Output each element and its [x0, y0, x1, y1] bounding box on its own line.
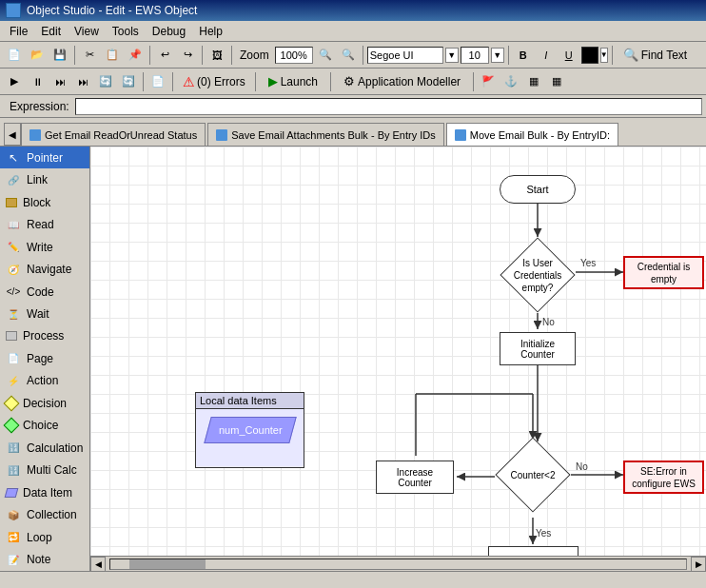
sidebar-item-choice[interactable]: Choice — [0, 415, 89, 437]
expr-bar: Expression: — [0, 95, 706, 118]
scroll-thumb-h[interactable] — [129, 559, 206, 569]
sidebar-item-multi-calc[interactable]: 🔢 Multi Calc — [0, 460, 89, 481]
anchor-btn[interactable]: ⚓ — [500, 71, 521, 92]
tab-label-0: Get Email ReadOrUnread Status — [45, 129, 197, 141]
zoom-input[interactable] — [275, 47, 313, 64]
app-modeller-btn[interactable]: ⚙ Application Modeller — [335, 71, 469, 92]
action-icon: ⚡ — [6, 373, 21, 388]
zoom-out-btn[interactable]: 🔍 — [338, 45, 359, 66]
item-label-action: Action — [27, 374, 58, 387]
sidebar-item-action[interactable]: ⚡ Action — [0, 370, 89, 392]
flag-btn[interactable]: 🚩 — [478, 71, 499, 92]
run-btn[interactable]: ▶ — [4, 71, 25, 92]
menu-tools[interactable]: Tools — [107, 23, 145, 40]
is-user-cred-node[interactable]: Is UserCredentialsempty? — [500, 237, 576, 313]
sidebar-item-pointer[interactable]: ↖ Pointer — [0, 147, 89, 168]
increase-counter-label: IncreaseCounter — [397, 467, 433, 488]
increase-counter-node[interactable]: IncreaseCounter — [376, 461, 454, 494]
step-btn[interactable]: ⏭ — [49, 71, 70, 92]
tab-1[interactable]: Save Email Attachments Bulk - By Entry I… — [207, 123, 444, 146]
sidebar-item-data-item[interactable]: Data Item — [0, 481, 89, 503]
bold-btn[interactable]: B — [513, 45, 534, 66]
pause-btn[interactable]: ⏸ — [27, 71, 48, 92]
zoom-label: Zoom — [236, 49, 273, 62]
find-icon: 🔍 — [623, 48, 638, 62]
menu-help[interactable]: Help — [193, 23, 228, 40]
refresh-btn[interactable]: 🔄 — [95, 71, 116, 92]
paste-btn[interactable]: 📌 — [125, 45, 146, 66]
link-icon: 🔗 — [6, 172, 21, 187]
font-input[interactable] — [367, 47, 443, 64]
errors-label: (0) Errors — [197, 75, 245, 88]
sidebar-item-note[interactable]: 📝 Note — [0, 548, 89, 570]
sidebar-item-write[interactable]: ✏️ Write — [0, 236, 89, 258]
font-size-input[interactable] — [461, 47, 489, 64]
color-dropdown-btn[interactable]: ▼ — [600, 48, 608, 63]
status-bar — [0, 571, 706, 588]
new-btn[interactable]: 📄 — [4, 45, 25, 66]
italic-btn[interactable]: I — [536, 45, 557, 66]
is-user-cred-label: Is UserCredentialsempty? — [514, 257, 562, 294]
num-counter-shape[interactable]: num_Counter — [204, 417, 297, 443]
sidebar-item-read[interactable]: 📖 Read — [0, 213, 89, 235]
doc-btn[interactable]: 📄 — [147, 71, 168, 92]
sidebar-item-loop[interactable]: 🔁 Loop — [0, 526, 89, 548]
img-btn[interactable]: 🖼 — [206, 45, 227, 66]
scroll-track-h[interactable] — [109, 559, 687, 570]
se-error-node[interactable]: SE:Error inconfigure EWS — [623, 461, 704, 494]
sidebar-item-page[interactable]: 📄 Page — [0, 347, 89, 369]
credential-empty-node[interactable]: Credential isempty — [623, 256, 704, 289]
zoom-in-btn[interactable]: 🔍 — [315, 45, 336, 66]
tab-0[interactable]: Get Email ReadOrUnread Status — [21, 123, 206, 146]
copy-btn[interactable]: 📋 — [102, 45, 123, 66]
font-size-dropdown-btn[interactable]: ▼ — [491, 48, 504, 63]
launch-btn[interactable]: ▶ Launch — [260, 71, 326, 92]
sidebar-item-collection[interactable]: 📦 Collection — [0, 504, 89, 526]
find-text-label: Find Text — [641, 49, 687, 62]
grid-btn[interactable]: ▦ — [523, 71, 544, 92]
sidebar-item-navigate[interactable]: 🧭 Navigate — [0, 258, 89, 280]
scroll-left-btn[interactable]: ◀ — [90, 557, 106, 572]
cut-btn[interactable]: ✂ — [79, 45, 100, 66]
pointer-icon: ↖ — [6, 150, 21, 166]
sidebar-item-code[interactable]: </> Code — [0, 281, 89, 303]
open-btn[interactable]: 📂 — [27, 45, 48, 66]
menu-debug[interactable]: Debug — [147, 23, 191, 40]
save-btn[interactable]: 💾 — [49, 45, 70, 66]
init-counter-node[interactable]: InitializeCounter — [500, 332, 576, 365]
find-text-btn[interactable]: 🔍 Find Text — [617, 45, 694, 66]
sep-t2-3 — [255, 72, 256, 91]
read-icon: 📖 — [6, 217, 21, 232]
menu-view[interactable]: View — [69, 23, 105, 40]
menu-file[interactable]: File — [4, 23, 33, 40]
errors-badge: ⚠ (0) Errors — [177, 71, 251, 92]
tab-scroll-left[interactable]: ◀ — [4, 123, 21, 146]
sidebar-item-wait[interactable]: ⏳ Wait — [0, 303, 89, 324]
sep-t2-5 — [473, 72, 474, 91]
sidebar-item-block[interactable]: Block — [0, 191, 89, 213]
wait-icon: ⏳ — [6, 306, 21, 322]
sidebar-item-process[interactable]: Process — [0, 325, 89, 347]
underline-btn[interactable]: U — [559, 45, 579, 66]
credential-empty-label: Credential isempty — [637, 261, 691, 285]
expr-input[interactable] — [75, 98, 702, 115]
undo-btn[interactable]: ↩ — [154, 45, 175, 66]
menu-edit[interactable]: Edit — [35, 23, 67, 40]
h-scrollbar[interactable]: ◀ ▶ — [90, 556, 706, 571]
counter-lt2-node[interactable]: Counter<2 — [495, 437, 571, 513]
navigate-icon: 🧭 — [6, 262, 21, 277]
start-node[interactable]: Start — [500, 175, 576, 204]
tab-2[interactable]: Move Email Bulk - By EntryID: — [446, 123, 618, 146]
step2-btn[interactable]: ⏭ — [72, 71, 93, 92]
font-dropdown-btn[interactable]: ▼ — [445, 48, 459, 63]
sidebar-item-link[interactable]: 🔗 Link — [0, 168, 89, 190]
scroll-right-btn[interactable]: ▶ — [691, 557, 706, 572]
canvas-area[interactable]: Yes No No Yes — [90, 147, 706, 571]
sidebar-item-decision[interactable]: Decision — [0, 392, 89, 414]
sidebar-item-calculation[interactable]: 🔢 Calculation — [0, 437, 89, 459]
menu-bar: File Edit View Tools Debug Help — [0, 21, 706, 42]
redo-btn[interactable]: ↪ — [177, 45, 198, 66]
grid2-btn[interactable]: ▦ — [546, 71, 567, 92]
refresh2-btn[interactable]: 🔄 — [118, 71, 139, 92]
color-swatch[interactable] — [581, 47, 598, 64]
